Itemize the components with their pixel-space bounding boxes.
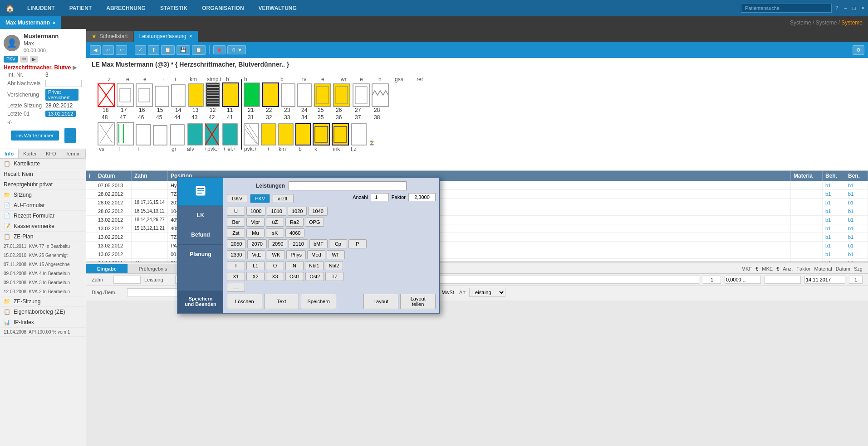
popup-sk-btn[interactable]: sK — [266, 228, 284, 238]
nav-statistik[interactable]: STATISTIK — [157, 3, 191, 13]
popup-x2-btn[interactable]: X2 — [246, 272, 265, 281]
list-item-ze-plan[interactable]: 📋 ZE-Plan — [0, 232, 86, 242]
popup-nbl2-btn[interactable]: Nbl2 — [325, 261, 343, 270]
popup-ost2-btn[interactable]: Ost2 — [305, 272, 324, 281]
popup-2090-btn[interactable]: 2090 — [268, 239, 287, 248]
zahn-form-input[interactable] — [113, 276, 141, 284]
bottom-tab-eingabe[interactable]: Eingabe — [86, 264, 128, 273]
sidebar-tab-kartei[interactable]: Kartei — [19, 149, 41, 158]
list-item-kva-3[interactable]: 09.04.2008; KVA-3 In Bearbeitun — [0, 278, 86, 287]
popup-layout-btn[interactable]: Layout — [363, 294, 399, 309]
gkv-btn[interactable]: GKV — [227, 194, 247, 203]
sidebar-tab-termin[interactable]: Termin — [61, 149, 86, 158]
tab-leistungserfassung[interactable]: Leistungserfassung × — [134, 31, 198, 42]
szg-input[interactable] — [849, 276, 863, 284]
help-icon[interactable]: ? — [835, 5, 839, 11]
art-select[interactable]: Leistung — [469, 288, 505, 297]
popup-btn-planung[interactable]: Planung — [178, 245, 223, 264]
list-item-kassenvermerke[interactable]: 📝 Kassenvermerke — [0, 221, 86, 232]
list-item-kva-25[interactable]: 15.02.2010; KVA-25 Genehmigt — [0, 251, 86, 260]
abr-nachweis-input[interactable] — [45, 80, 82, 87]
popup-2050-btn[interactable]: 2050 — [227, 239, 246, 248]
popup-2070-btn[interactable]: 2070 — [247, 239, 266, 248]
list-item-ip-index[interactable]: 📊 IP-Index — [0, 317, 86, 328]
popup-mu-btn[interactable]: Mu — [246, 228, 265, 238]
popup-cp-btn[interactable]: Cp — [329, 239, 347, 248]
alert-herzschrittmacher[interactable]: Herzschrittmacher, Blutve ▶ — [4, 64, 82, 71]
popup-phys-btn[interactable]: Phys — [286, 250, 305, 259]
popup-med-btn[interactable]: Med — [307, 250, 325, 259]
toolbar-undo2-btn[interactable]: ↩ — [116, 45, 127, 55]
toolbar-up-btn[interactable]: ⬆ — [148, 45, 159, 55]
popup-wf-btn[interactable]: WF — [327, 250, 345, 259]
popup-ber-btn[interactable]: Ber — [227, 218, 245, 227]
popup-more-btn[interactable]: ... — [227, 283, 245, 292]
popup-search-input[interactable] — [289, 181, 407, 190]
list-item-recall[interactable]: Recall: Nein — [0, 169, 86, 179]
popup-2390-btn[interactable]: 2390 — [227, 250, 246, 259]
anz-input[interactable] — [703, 276, 721, 284]
popup-text-btn[interactable]: Text — [264, 294, 299, 309]
media-badge[interactable]: ▶ — [30, 56, 38, 63]
popup-zst-btn[interactable]: Zst — [227, 228, 245, 238]
list-item-kva-2[interactable]: 12.03.2008; KVA-2 In Bearbeitun — [0, 287, 86, 296]
popup-i-btn[interactable]: I — [227, 261, 245, 270]
popup-vite-btn[interactable]: VitE — [247, 250, 265, 259]
bottom-tab-pruefergebnis[interactable]: Prüfergebnis — [128, 264, 178, 273]
letzte-01-value[interactable]: 13.02.2012 — [45, 111, 76, 117]
patient-tab-close[interactable]: × — [53, 20, 55, 25]
toolbar-undo-btn[interactable]: ↩ — [103, 45, 114, 55]
faktor-popup-input[interactable] — [408, 193, 436, 201]
nav-verwaltung[interactable]: VERWALTUNG — [255, 3, 300, 13]
pkv-badge[interactable]: PKV — [4, 56, 18, 63]
tab-schnellstart[interactable]: ★ Schnellstart — [86, 31, 134, 42]
popup-n-btn[interactable]: N — [285, 261, 304, 270]
nav-patient[interactable]: PATIENT — [66, 3, 96, 13]
sidebar-tab-kfo[interactable]: KFO — [41, 149, 61, 158]
list-item-rezept[interactable]: Rezeptgebühr privat — [0, 179, 86, 190]
popup-speichern-btn[interactable]: Speichern — [301, 294, 336, 309]
toolbar-back-btn[interactable]: ◀ — [90, 45, 101, 55]
faktor-input[interactable] — [725, 276, 761, 284]
popup-ra2-btn[interactable]: Ra2 — [285, 218, 304, 227]
popup-p-btn[interactable]: P — [348, 239, 367, 248]
list-item-karteikarte[interactable]: 📋 Karteikarte — [0, 159, 86, 169]
minimize-icon[interactable]: − — [844, 5, 847, 11]
list-item-sitzung[interactable]: 📁 Sitzung — [0, 190, 86, 200]
maximize-icon[interactable]: □ — [853, 5, 856, 11]
list-item-kva-15[interactable]: 07.11.2008; KVA-15 Abgerechne — [0, 260, 86, 269]
popup-x3-btn[interactable]: X3 — [266, 272, 284, 281]
nav-linudent[interactable]: LINUDENT — [24, 3, 59, 13]
toolbar-record-btn[interactable]: ⏺ — [213, 45, 226, 54]
popup-uz-btn[interactable]: üZ — [266, 218, 284, 227]
nav-abrechnung[interactable]: ABRECHNUNG — [103, 3, 149, 13]
wartezimmer-extra-button[interactable]: ... — [64, 128, 76, 143]
popup-loeschen-btn[interactable]: Löschen — [227, 294, 262, 309]
toolbar-copy-btn[interactable]: 📋 — [161, 45, 175, 55]
sidebar-tab-info[interactable]: Info — [0, 149, 19, 158]
pkv-btn[interactable]: PKV — [250, 194, 270, 203]
popup-x1-btn[interactable]: X1 — [227, 272, 245, 281]
toolbar-gear-btn[interactable]: ⚙ — [853, 45, 864, 55]
popup-opg-btn[interactable]: OPG — [305, 218, 324, 227]
material-input[interactable] — [765, 276, 801, 284]
popup-btn-lk[interactable]: LK — [178, 206, 223, 225]
popup-u-btn[interactable]: U — [227, 207, 245, 216]
popup-1040-btn[interactable]: 1040 — [308, 207, 327, 216]
wartezimmer-button[interactable]: ins Wartezimmer — [11, 131, 59, 141]
home-icon[interactable]: 🏠 — [4, 2, 16, 15]
popup-nbl1-btn[interactable]: Nbl1 — [305, 261, 324, 270]
datum-input[interactable] — [804, 276, 845, 284]
toolbar-paste-btn[interactable]: 📋 — [192, 45, 206, 55]
list-item-kva-77[interactable]: 27.01.2011; KVA-77 In Bearbeitu — [0, 242, 86, 251]
mail-badge[interactable]: ✉ — [20, 56, 28, 63]
popup-1000-btn[interactable]: 1000 — [246, 207, 265, 216]
popup-wk-btn[interactable]: WK — [267, 250, 285, 259]
list-item-kva-4[interactable]: 09.04.2008; KVA-4 In Bearbeitun — [0, 269, 86, 278]
list-item-au-formular[interactable]: 📄 AU-Formular — [0, 200, 86, 211]
popup-btn-speichern-beenden[interactable]: Speichernund Beenden — [178, 291, 223, 313]
popup-2110-btn[interactable]: 2110 — [289, 239, 308, 248]
patient-tab-max[interactable]: Max Mustermann × — [0, 16, 61, 29]
popup-btn-befund[interactable]: Befund — [178, 225, 223, 245]
popup-1010-btn[interactable]: 1010 — [267, 207, 286, 216]
